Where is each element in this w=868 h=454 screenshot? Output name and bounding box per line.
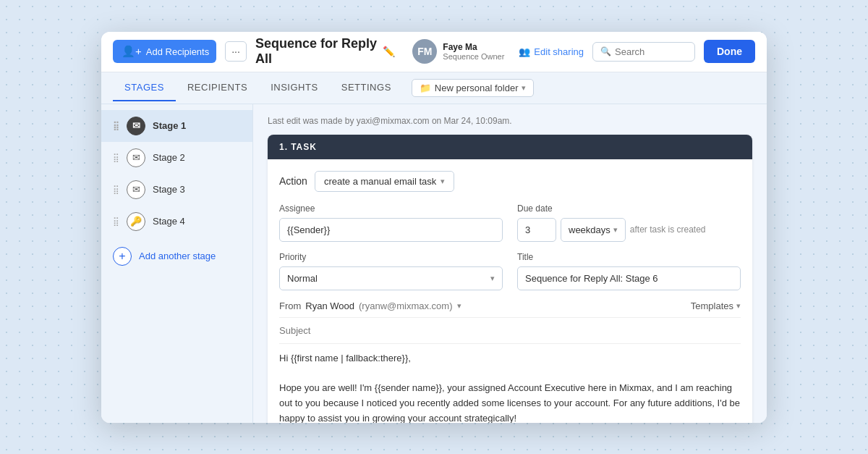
avatar-initials: FM	[417, 46, 432, 57]
header: 👤+ Add Recipients ··· Sequence for Reply…	[101, 32, 767, 72]
done-label: Done	[717, 46, 742, 57]
edit-sharing-icon: 👥	[519, 46, 530, 57]
from-left: From Ryan Wood (ryanw@mixmax.com) ▾	[279, 300, 461, 311]
add-stage-button[interactable]: + Add another stage	[101, 240, 252, 272]
stage-2-label: Stage 2	[153, 152, 185, 163]
add-recipients-button[interactable]: 👤+ Add Recipients	[113, 40, 216, 63]
priority-value: Normal	[287, 273, 318, 284]
task-body: Action create a manual email task ▾ Assi…	[268, 159, 752, 423]
user-role: Sequence Owner	[443, 52, 504, 61]
folder-chevron-icon: ▾	[522, 83, 526, 93]
action-row: Action create a manual email task ▾	[279, 171, 741, 192]
drag-handle-icon: ⣿	[113, 185, 119, 195]
stage-3-label: Stage 3	[153, 184, 185, 195]
title-group: Title	[517, 252, 741, 290]
priority-chevron-icon: ▾	[490, 274, 495, 283]
tab-recipients[interactable]: RECIPIENTS	[176, 75, 259, 101]
main-content: Last edit was made by yaxi@mixmax.com on…	[253, 104, 767, 423]
form-grid: Assignee Due date weekdays ▾	[279, 203, 741, 290]
folder-icon: 📁	[420, 83, 431, 93]
stage-2-icon: ✉	[127, 148, 145, 167]
search-icon: 🔍	[600, 46, 611, 56]
action-label: Action	[279, 175, 307, 187]
from-chevron-icon[interactable]: ▾	[457, 301, 461, 311]
from-name: Ryan Wood	[305, 300, 354, 311]
priority-group: Priority Normal ▾	[279, 252, 503, 290]
add-recipients-label: Add Recipients	[146, 46, 209, 57]
priority-label: Priority	[279, 252, 503, 262]
sidebar-item-stage-3[interactable]: ⣿ ✉ Stage 3	[101, 174, 252, 206]
assignee-group: Assignee	[279, 203, 503, 242]
due-date-input[interactable]	[517, 218, 556, 242]
stage-4-icon: 🔑	[127, 212, 145, 231]
action-chevron-icon: ▾	[441, 177, 445, 186]
stage-1-icon: ✉	[127, 117, 145, 135]
templates-label: Templates	[691, 300, 733, 311]
edit-note: Last edit was made by yaxi@mixmax.com on…	[268, 116, 752, 126]
priority-select[interactable]: Normal ▾	[279, 266, 503, 290]
sidebar-item-stage-2[interactable]: ⣿ ✉ Stage 2	[101, 142, 252, 174]
stage-1-label: Stage 1	[153, 120, 186, 131]
templates-button[interactable]: Templates ▾	[691, 300, 741, 311]
from-label: From	[279, 300, 301, 311]
due-date-unit-select[interactable]: weekdays ▾	[561, 218, 626, 242]
modal-window: 👤+ Add Recipients ··· Sequence for Reply…	[101, 32, 767, 423]
drag-handle-icon: ⣿	[113, 121, 119, 131]
more-options-button[interactable]: ···	[225, 41, 247, 62]
email-body: Hi {{first name | fallback:there}}, Hope…	[279, 351, 741, 423]
add-stage-label: Add another stage	[139, 251, 216, 261]
edit-sharing-button[interactable]: 👥 Edit sharing	[519, 46, 584, 57]
drag-handle-icon: ⣿	[113, 217, 119, 227]
folder-label: New personal folder	[435, 83, 519, 93]
due-date-unit: weekdays	[569, 224, 610, 235]
edit-sharing-label: Edit sharing	[534, 46, 584, 57]
tab-stages[interactable]: STAGES	[113, 75, 176, 101]
assignee-input[interactable]	[279, 218, 503, 242]
avatar: FM	[412, 39, 437, 64]
add-stage-icon: +	[113, 247, 132, 266]
due-date-row: weekdays ▾ after task is created	[517, 218, 741, 242]
title-label: Title	[517, 252, 741, 262]
body: ⣿ ✉ Stage 1 ⣿ ✉ Stage 2 ⣿ ✉ Stage 3 ⣿ 🔑 …	[101, 104, 767, 423]
tabs-bar: STAGES RECIPIENTS INSIGHTS SETTINGS 📁 Ne…	[101, 72, 767, 104]
assignee-label: Assignee	[279, 203, 503, 214]
task-card: 1. TASK Action create a manual email tas…	[268, 135, 752, 423]
due-date-unit-chevron-icon: ▾	[613, 225, 618, 235]
subject-input[interactable]	[279, 318, 741, 344]
due-date-group: Due date weekdays ▾ after task is create…	[517, 203, 741, 242]
drag-handle-icon: ⣿	[113, 153, 119, 163]
sidebar-item-stage-4[interactable]: ⣿ 🔑 Stage 4	[101, 206, 252, 237]
action-select[interactable]: create a manual email task ▾	[315, 171, 454, 192]
add-recipients-icon: 👤+	[122, 45, 142, 58]
due-date-label: Due date	[517, 203, 741, 214]
header-title: Sequence for Reply All ✏️	[255, 36, 395, 67]
done-button[interactable]: Done	[704, 40, 755, 63]
user-name: Faye Ma	[443, 42, 504, 52]
user-text: Faye Ma Sequence Owner	[443, 42, 504, 61]
sidebar: ⣿ ✉ Stage 1 ⣿ ✉ Stage 2 ⣿ ✉ Stage 3 ⣿ 🔑 …	[101, 104, 253, 423]
search-box: 🔍	[592, 42, 695, 62]
body-line-2: Hope you are well! I'm {{sender name}}, …	[279, 381, 741, 422]
task-header: 1. TASK	[268, 135, 752, 159]
from-email: (ryanw@mixmax.com)	[359, 300, 452, 311]
user-info: FM Faye Ma Sequence Owner	[412, 39, 504, 64]
sidebar-item-stage-1[interactable]: ⣿ ✉ Stage 1	[101, 110, 252, 142]
tab-insights[interactable]: INSIGHTS	[259, 75, 330, 101]
folder-pill[interactable]: 📁 New personal folder ▾	[412, 79, 535, 97]
task-header-label: 1. TASK	[279, 142, 317, 152]
edit-title-icon[interactable]: ✏️	[383, 46, 395, 57]
stage-4-label: Stage 4	[153, 216, 185, 227]
due-date-after: after task is created	[630, 224, 706, 235]
tab-settings[interactable]: SETTINGS	[330, 75, 403, 101]
title-input[interactable]	[517, 266, 741, 290]
stage-3-icon: ✉	[127, 180, 145, 199]
from-row: From Ryan Wood (ryanw@mixmax.com) ▾ Temp…	[279, 300, 741, 318]
templates-chevron-icon: ▾	[736, 301, 741, 311]
search-input[interactable]	[615, 46, 687, 57]
action-value: create a manual email task	[324, 176, 436, 187]
body-line-1: Hi {{first name | fallback:there}},	[279, 351, 741, 366]
sequence-title: Sequence for Reply All	[255, 36, 378, 67]
